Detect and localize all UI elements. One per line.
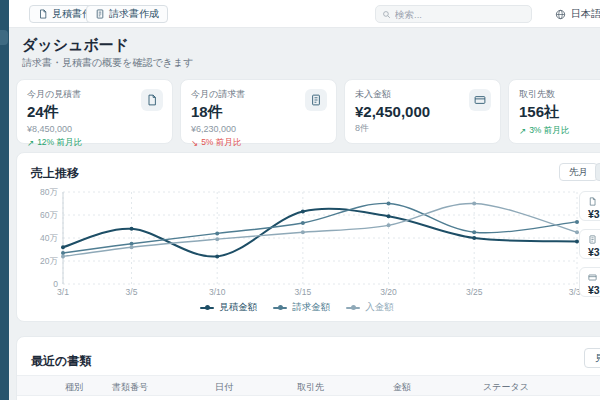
language-selector[interactable]: 日本語	[555, 5, 600, 23]
stat-trend: ↗ 12% 前月比	[27, 137, 162, 149]
table-column-header: 日付	[215, 381, 233, 394]
sidebar	[0, 0, 9, 400]
stat-icon-box	[305, 89, 327, 111]
svg-text:80万: 80万	[40, 187, 58, 197]
credit-card-icon	[474, 94, 486, 106]
chart-side-card: 請求金額 ¥3	[579, 229, 600, 259]
language-label: 日本語	[571, 7, 600, 21]
stat-trend: ↘ 5% 前月比	[191, 137, 326, 149]
document-icon	[38, 9, 48, 19]
topbar: 見積書作成 請求書作成 日本語	[9, 0, 600, 28]
svg-text:3/5: 3/5	[126, 287, 138, 297]
table-column-header: 書類番号	[112, 381, 148, 394]
legend-marker-icon	[273, 307, 287, 309]
range-prev-month-button[interactable]: 先月	[559, 163, 598, 181]
table-column-header: 取引先	[297, 381, 324, 394]
stat-sub: 8件	[355, 122, 490, 135]
svg-text:60万: 60万	[40, 210, 58, 220]
chart-side-card: 見積金額 ¥3	[579, 191, 600, 221]
page-title: ダッシュボード	[22, 36, 129, 55]
table-header-row: 種別 書類番号 日付 取引先 金額 ステータス	[17, 375, 600, 396]
stat-trend-label: 12% 前月比	[37, 137, 82, 149]
legend-label: 請求金額	[292, 301, 330, 314]
stat-card: 今月の請求書 18件 ¥6,230,000 ↘ 5% 前月比	[180, 79, 337, 144]
legend-marker-icon	[346, 307, 360, 309]
chart-title: 売上推移	[31, 165, 79, 182]
svg-text:3/1: 3/1	[57, 287, 69, 297]
side-card-value: ¥3	[588, 246, 600, 258]
stat-label: 取引先数	[519, 88, 600, 101]
globe-icon	[555, 9, 566, 20]
legend-label: 見積金額	[219, 301, 257, 314]
svg-text:40万: 40万	[40, 233, 58, 243]
sales-trend-chart: 020万40万60万80万3/13/53/103/153/203/253/31	[31, 185, 587, 299]
sidebar-item-dashboard[interactable]	[0, 30, 8, 45]
table-column-header: ステータス	[483, 381, 529, 394]
legend-label: 入金額	[365, 301, 394, 314]
document-icon	[146, 94, 158, 106]
stat-icon-box	[469, 89, 491, 111]
app-window: 見積書作成 請求書作成 日本語 ダッシュボード 請求書・見積書の概要を確認できま…	[0, 0, 600, 400]
legend-marker-icon	[200, 307, 214, 309]
stat-icon-box	[141, 89, 163, 111]
side-card-value: ¥3	[588, 284, 600, 296]
invoice-icon	[588, 235, 597, 244]
page-subtitle: 請求書・見積書の概要を確認できます	[22, 56, 193, 70]
search-box	[375, 5, 532, 23]
trend-up-icon: ↗	[519, 126, 526, 136]
trend-down-icon: ↘	[191, 138, 198, 148]
stat-value: 156社	[519, 103, 600, 122]
legend-item[interactable]: 見積金額	[200, 301, 257, 314]
invoice-icon	[310, 94, 322, 106]
page-content: 見積書作成 請求書作成 日本語 ダッシュボード 請求書・見積書の概要を確認できま…	[0, 0, 600, 400]
chart-side-card: 入金額 ¥3	[579, 267, 600, 297]
table-column-header: 金額	[393, 381, 411, 394]
stat-trend-label: 5% 前月比	[201, 137, 241, 149]
svg-text:3/25: 3/25	[466, 287, 483, 297]
side-card-value: ¥3	[588, 208, 600, 220]
table-column-header: 種別	[65, 381, 83, 394]
svg-text:3/15: 3/15	[295, 287, 312, 297]
stat-sub: ¥8,450,000	[27, 124, 162, 134]
range-current-month-button[interactable]: 今月	[595, 163, 600, 181]
recent-documents-title: 最近の書類	[31, 353, 91, 370]
svg-text:20万: 20万	[40, 256, 58, 266]
search-input[interactable]	[395, 9, 525, 20]
recent-documents-card: 最近の書類 見る 種別 書類番号 日付 取引先 金額 ステータス	[16, 336, 600, 400]
view-all-button[interactable]: 見る	[584, 348, 600, 368]
credit-card-icon	[588, 273, 597, 282]
sales-trend-card: 売上推移 先月 今月 020万40万60万80万3/13/53/103/153/…	[16, 152, 600, 322]
stat-card: 未入金額 ¥2,450,000 8件	[344, 79, 501, 144]
stat-card: 取引先数 156社 ↗ 3% 前月比	[508, 79, 600, 144]
stats-row: 今月の見積書 24件 ¥8,450,000 ↗ 12% 前月比 今月の請求書 1…	[16, 79, 600, 144]
svg-text:3/20: 3/20	[380, 287, 397, 297]
stat-trend-label: 3% 前月比	[529, 125, 569, 137]
legend-item[interactable]: 請求金額	[273, 301, 330, 314]
legend-item[interactable]: 入金額	[346, 301, 394, 314]
search-icon	[382, 10, 391, 19]
create-invoice-label: 請求書作成	[109, 7, 159, 21]
create-invoice-button[interactable]: 請求書作成	[86, 5, 168, 23]
trend-up-icon: ↗	[27, 138, 34, 148]
stat-trend: ↗ 3% 前月比	[519, 125, 600, 137]
invoice-icon	[95, 9, 105, 19]
document-icon	[588, 197, 597, 206]
svg-text:3/10: 3/10	[209, 287, 226, 297]
chart-legend: 見積金額 請求金額 入金額	[17, 301, 577, 314]
stat-card: 今月の見積書 24件 ¥8,450,000 ↗ 12% 前月比	[16, 79, 173, 144]
stat-sub: ¥6,230,000	[191, 124, 326, 134]
